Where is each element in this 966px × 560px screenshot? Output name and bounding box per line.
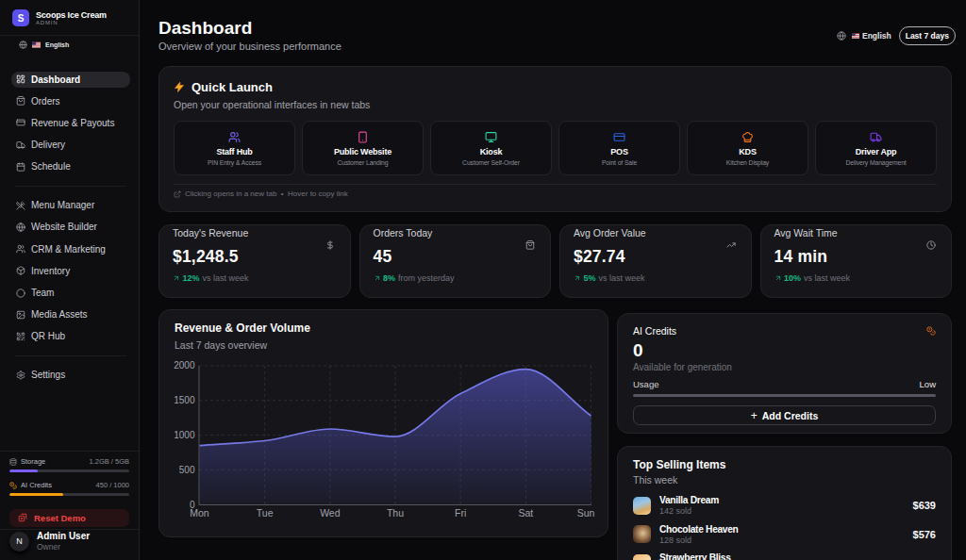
- svg-text:Tue: Tue: [257, 507, 274, 519]
- svg-text:500: 500: [179, 465, 195, 475]
- svg-text:Fri: Fri: [455, 507, 466, 519]
- svg-text:1500: 1500: [174, 395, 195, 405]
- svg-text:Sun: Sun: [577, 507, 595, 519]
- svg-text:Wed: Wed: [320, 507, 341, 519]
- svg-text:2000: 2000: [174, 360, 195, 371]
- svg-text:Mon: Mon: [190, 507, 209, 519]
- svg-text:Thu: Thu: [387, 507, 404, 519]
- svg-text:Sat: Sat: [518, 507, 533, 519]
- svg-text:1000: 1000: [174, 430, 195, 440]
